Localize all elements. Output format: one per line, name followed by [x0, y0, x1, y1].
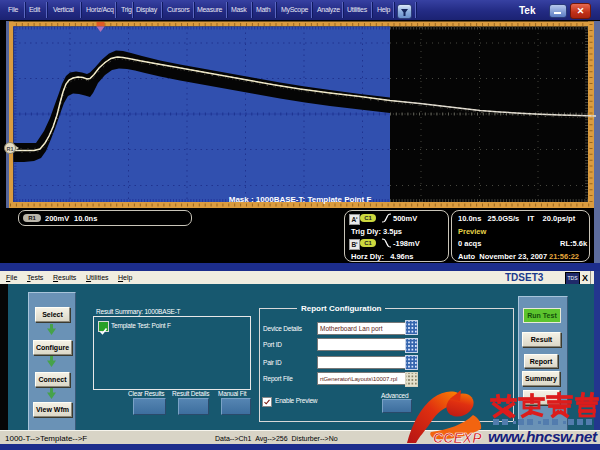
svg-text:R1: R1: [6, 146, 13, 152]
svg-text:www.hncsw.net: www.hncsw.net: [488, 428, 598, 445]
svg-text:CCEXP: CCEXP: [433, 430, 482, 446]
svg-text:Mask : 1000BASE-T: Template Po: Mask : 1000BASE-T: Template Point F: [229, 195, 372, 204]
